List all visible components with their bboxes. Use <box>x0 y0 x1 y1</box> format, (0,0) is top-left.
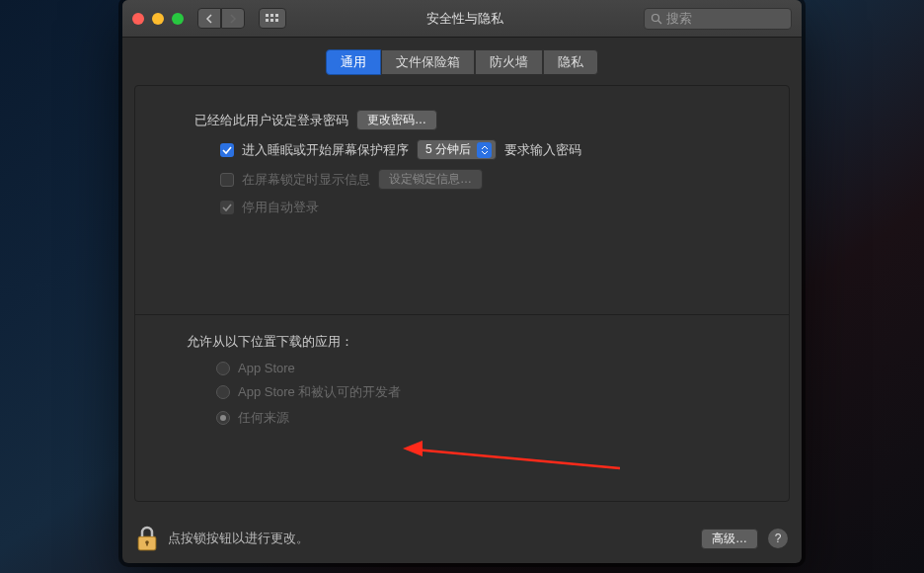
divider <box>135 314 789 315</box>
lock-text: 点按锁按钮以进行更改。 <box>168 530 309 547</box>
tab-general[interactable]: 通用 <box>326 49 381 75</box>
radio-anywhere-label: 任何来源 <box>238 409 289 427</box>
annotation-arrow <box>403 435 630 474</box>
preferences-window: 安全性与隐私 搜索 通用 文件保险箱 防火墙 隐私 已经给此用户设定登录密码 更… <box>122 0 802 563</box>
lock-icon[interactable] <box>136 526 158 551</box>
svg-line-7 <box>658 21 661 24</box>
set-lock-message-button: 设定锁定信息… <box>378 169 483 190</box>
advanced-button[interactable]: 高级… <box>701 529 758 549</box>
show-lock-message-label: 在屏幕锁定时显示信息 <box>242 171 370 189</box>
help-button[interactable]: ? <box>768 529 788 548</box>
minimize-button[interactable] <box>152 13 164 25</box>
titlebar: 安全性与隐私 搜索 <box>122 0 802 38</box>
search-icon <box>651 13 662 25</box>
change-password-button[interactable]: 更改密码… <box>356 110 437 130</box>
show-lock-message-checkbox <box>220 173 234 187</box>
svg-rect-5 <box>275 19 278 22</box>
svg-line-8 <box>415 450 620 468</box>
traffic-lights <box>132 13 184 25</box>
svg-rect-1 <box>270 14 273 17</box>
login-password-label: 已经给此用户设定登录密码 <box>194 112 348 129</box>
select-value: 5 分钟后 <box>425 141 471 158</box>
panel: 已经给此用户设定登录密码 更改密码… 进入睡眠或开始屏幕保护程序 5 分钟后 <box>134 85 790 502</box>
radio-app-store-label: App Store <box>238 361 295 375</box>
forward-button[interactable] <box>221 8 245 29</box>
svg-rect-3 <box>266 19 269 22</box>
show-all-button[interactable] <box>259 8 286 29</box>
svg-point-6 <box>653 14 659 21</box>
zoom-button[interactable] <box>172 13 184 25</box>
tab-filevault[interactable]: 文件保险箱 <box>381 49 475 75</box>
search-input[interactable]: 搜索 <box>644 8 792 30</box>
tab-bar: 通用 文件保险箱 防火墙 隐私 <box>134 49 790 75</box>
require-password-pre: 进入睡眠或开始屏幕保护程序 <box>242 141 409 159</box>
svg-rect-4 <box>270 19 273 22</box>
radio-anywhere <box>216 411 230 425</box>
radio-identified-dev <box>216 385 230 399</box>
close-button[interactable] <box>132 13 144 25</box>
svg-rect-2 <box>275 14 278 17</box>
allow-apps-heading: 允许从以下位置下载的应用： <box>187 333 749 351</box>
svg-marker-9 <box>403 441 423 456</box>
back-button[interactable] <box>197 8 221 29</box>
require-password-delay-select[interactable]: 5 分钟后 <box>417 139 497 160</box>
window-title: 安全性与隐私 <box>294 10 636 28</box>
chevron-updown-icon <box>477 142 492 158</box>
tab-firewall[interactable]: 防火墙 <box>475 49 543 75</box>
search-placeholder: 搜索 <box>666 10 692 28</box>
require-password-checkbox[interactable] <box>220 143 234 157</box>
svg-rect-0 <box>266 14 269 17</box>
disable-autologin-label: 停用自动登录 <box>242 199 319 216</box>
tab-privacy[interactable]: 隐私 <box>543 49 598 75</box>
disable-autologin-checkbox <box>220 201 234 214</box>
svg-rect-13 <box>146 542 148 546</box>
radio-identified-dev-label: App Store 和被认可的开发者 <box>238 383 401 401</box>
footer: 点按锁按钮以进行更改。 高级… ? <box>122 514 802 563</box>
radio-app-store <box>216 362 230 375</box>
require-password-post: 要求输入密码 <box>504 141 581 159</box>
